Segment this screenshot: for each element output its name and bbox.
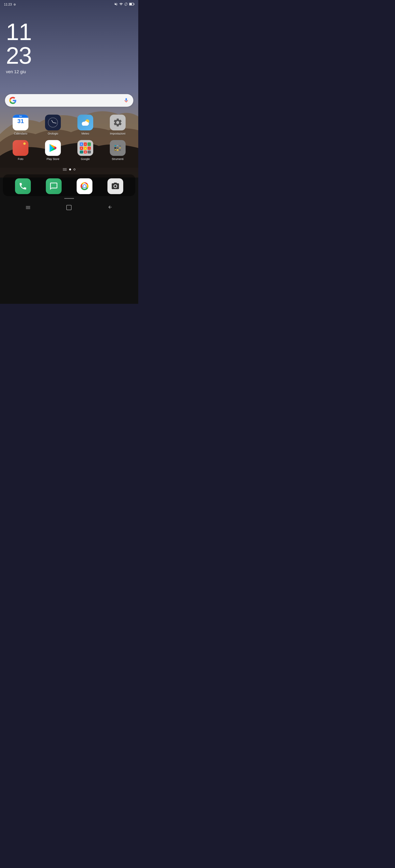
app-label-strumenti: Strumenti	[112, 157, 124, 161]
status-right	[114, 2, 134, 6]
app-icon-impostazioni	[110, 115, 125, 130]
strumenti-7: 🔑	[114, 149, 116, 151]
microphone-icon[interactable]	[123, 98, 129, 103]
app-label-foto: Foto	[18, 157, 23, 161]
indicator-lines	[63, 167, 67, 172]
app-label-meteo: Meteo	[81, 132, 89, 135]
calendar-header: lun	[12, 115, 28, 118]
home-square-icon	[66, 205, 72, 210]
svg-rect-9	[82, 124, 88, 126]
dock-item-telefono[interactable]	[9, 178, 37, 194]
mute-icon	[114, 2, 118, 6]
strumenti-8: 💡	[117, 149, 118, 151]
app-icon-strumenti: 👤 🔒 🔊 📱 ⚙ 🔐 🔑 💡	[110, 140, 125, 156]
strumenti-9	[119, 149, 121, 151]
app-item-impostazioni[interactable]: Impostazioni	[103, 115, 132, 135]
svg-rect-3	[130, 3, 132, 5]
folder-app-yt: ▶	[80, 147, 83, 150]
nav-home-button[interactable]	[64, 203, 74, 212]
strumenti-folder-grid: 👤 🔒 🔊 📱 ⚙ 🔐 🔑 💡	[113, 144, 122, 153]
status-left: 11:23 ⚙	[4, 3, 16, 6]
svg-point-13	[83, 185, 86, 187]
nav-bar	[0, 200, 138, 216]
phone-svg	[19, 182, 27, 191]
dock-icon-fotocamera	[108, 178, 123, 194]
folder-app-gmail: M	[84, 143, 87, 146]
menu-line-2	[26, 207, 30, 208]
indicator-line-3	[63, 170, 67, 170]
menu-line-3	[26, 209, 30, 209]
google-folder-grid: G M 📍 ▶ ▲ ♫ �	[78, 141, 92, 155]
nav-handle	[64, 198, 74, 199]
folder-app-meet: 📹	[80, 151, 83, 153]
folder-app-photos: 🌸	[84, 151, 87, 153]
menu-line-1	[26, 206, 30, 207]
app-label-playstore: Play Store	[47, 157, 59, 161]
back-arrow-svg	[108, 205, 112, 210]
app-icon-foto	[12, 140, 28, 156]
app-label-google: Google	[81, 157, 90, 161]
dock-icon-chrome	[77, 178, 92, 194]
app-label-orologio: Orologio	[48, 132, 58, 135]
dock-item-messaggi[interactable]	[40, 178, 67, 194]
folder-app-g: G	[80, 143, 83, 146]
app-label-impostazioni: Impostazioni	[110, 132, 125, 135]
indicator-page1[interactable]	[69, 168, 71, 170]
nav-handle-container	[0, 196, 138, 200]
app-icon-google: G M 📍 ▶ ▲ ♫ �	[78, 140, 93, 156]
strumenti-4: 📱	[114, 147, 116, 149]
app-item-strumenti[interactable]: 👤 🔒 🔊 📱 ⚙ 🔐 🔑 💡 Strumenti	[103, 140, 132, 161]
minute-hand	[53, 122, 56, 123]
indicator-line-2	[63, 169, 67, 169]
strumenti-1: 👤	[114, 145, 116, 147]
indicator-line-1	[63, 168, 67, 169]
app-icon-playstore	[45, 140, 61, 156]
battery-icon	[129, 3, 134, 6]
folder-app-more: +	[87, 151, 91, 153]
status-time: 11:23	[4, 3, 12, 6]
dock-item-chrome[interactable]	[71, 178, 98, 194]
app-item-foto[interactable]: Foto	[6, 140, 35, 161]
playstore-svg	[48, 143, 58, 153]
message-svg	[49, 182, 58, 191]
app-grid: lun 31 Calendario Orologio Meteo	[0, 111, 138, 164]
clock-date: ven 12 giu	[6, 69, 132, 74]
foto-dot	[23, 143, 26, 145]
dock	[3, 175, 135, 196]
camera-svg	[111, 182, 120, 191]
strumenti-3: 🔊	[119, 145, 121, 147]
page-indicators	[0, 164, 138, 175]
nav-menu-button[interactable]	[24, 204, 32, 211]
status-bar: 11:23 ⚙	[0, 0, 138, 8]
app-icon-calendario: lun 31	[12, 115, 28, 130]
svg-rect-4	[134, 4, 134, 5]
app-item-meteo[interactable]: Meteo	[71, 115, 100, 135]
calendar-number: 31	[18, 118, 24, 124]
clock-area: 11 23 ven 12 giu	[0, 8, 138, 78]
strumenti-6: 🔐	[119, 147, 121, 149]
wifi-icon	[119, 2, 123, 6]
strumenti-2: 🔒	[117, 145, 118, 147]
dock-icon-messaggi	[46, 178, 62, 194]
search-bar-container	[0, 78, 138, 111]
search-bar[interactable]	[5, 94, 133, 107]
settings-svg	[113, 118, 123, 127]
folder-app-maps: 📍	[87, 143, 91, 146]
app-item-playstore[interactable]: Play Store	[38, 140, 68, 161]
strumenti-5: ⚙	[117, 147, 118, 149]
google-logo	[9, 97, 17, 104]
app-item-orologio[interactable]: Orologio	[38, 115, 68, 135]
app-item-calendario[interactable]: lun 31 Calendario	[6, 115, 35, 135]
folder-app-ytmusic: ♫	[87, 147, 91, 150]
app-item-google[interactable]: G M 📍 ▶ ▲ ♫ �	[71, 140, 100, 161]
app-icon-meteo	[78, 115, 93, 130]
dock-icon-telefono	[15, 178, 31, 194]
meteo-svg	[80, 118, 91, 127]
clock-face	[48, 118, 58, 127]
indicator-page2[interactable]	[74, 168, 76, 170]
app-label-calendario: Calendario	[14, 132, 27, 135]
screen-rotate-icon	[124, 3, 128, 6]
dock-item-fotocamera[interactable]	[102, 178, 130, 194]
app-icon-orologio	[45, 115, 61, 130]
nav-back-button[interactable]	[106, 203, 114, 212]
